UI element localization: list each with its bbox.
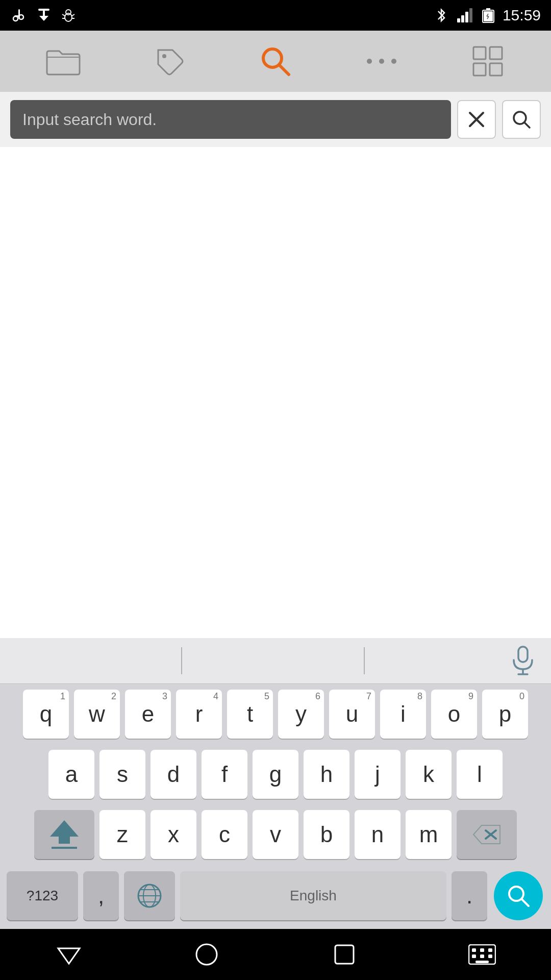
svg-rect-51: [335, 945, 354, 964]
key-u[interactable]: 7u: [329, 690, 375, 739]
key-c[interactable]: c: [202, 810, 247, 859]
status-icons-left: [10, 6, 78, 24]
svg-rect-14: [461, 15, 464, 22]
tag-button[interactable]: [149, 41, 190, 82]
keyboard-row-4: ?123 , English .: [0, 865, 551, 929]
keyboard-row-1: 1q 2w 3e 4r 5t 6y 7u 8i 9o 0p: [0, 684, 551, 744]
nav-bar: [0, 929, 551, 980]
more-options-icon[interactable]: [361, 41, 402, 82]
svg-line-36: [524, 122, 530, 128]
key-j[interactable]: j: [355, 750, 400, 799]
key-t[interactable]: 5t: [227, 690, 273, 739]
key-l[interactable]: l: [457, 750, 503, 799]
key-b[interactable]: b: [304, 810, 349, 859]
svg-point-50: [196, 944, 217, 965]
key-n[interactable]: n: [355, 810, 400, 859]
suggestion-right: [365, 638, 551, 683]
keyboard-row-2: a s d f g h j k l: [0, 744, 551, 804]
key-a[interactable]: a: [48, 750, 94, 799]
key-h[interactable]: h: [304, 750, 349, 799]
keyboard-search-button[interactable]: [494, 871, 543, 920]
svg-line-9: [62, 14, 65, 16]
svg-line-48: [521, 899, 529, 906]
numbers-toggle-label: ?123: [27, 888, 58, 904]
recents-button[interactable]: [324, 934, 365, 975]
search-go-button[interactable]: [502, 100, 541, 139]
svg-point-23: [162, 54, 166, 58]
svg-point-26: [367, 59, 372, 64]
key-o[interactable]: 9o: [431, 690, 477, 739]
comma-label: ,: [98, 883, 104, 909]
key-e[interactable]: 3e: [125, 690, 171, 739]
key-f[interactable]: f: [202, 750, 247, 799]
key-r[interactable]: 4r: [176, 690, 222, 739]
search-icon[interactable]: [255, 41, 296, 82]
microphone-button[interactable]: [500, 638, 546, 684]
key-s[interactable]: s: [99, 750, 145, 799]
signal-icon: [456, 6, 474, 24]
svg-rect-58: [488, 954, 492, 958]
key-v[interactable]: v: [253, 810, 298, 859]
key-x[interactable]: x: [151, 810, 196, 859]
svg-rect-37: [518, 647, 528, 662]
svg-rect-4: [38, 9, 49, 11]
suggestion-left[interactable]: [0, 638, 181, 683]
period-button[interactable]: .: [452, 871, 487, 920]
svg-rect-30: [490, 47, 502, 59]
back-button[interactable]: [48, 934, 89, 975]
space-label: English: [290, 888, 337, 904]
svg-marker-49: [58, 948, 80, 964]
backspace-button[interactable]: [457, 810, 517, 859]
key-p[interactable]: 0p: [482, 690, 528, 739]
home-button[interactable]: [186, 934, 227, 975]
key-i[interactable]: 8i: [380, 690, 426, 739]
svg-rect-53: [472, 948, 476, 952]
key-m[interactable]: m: [406, 810, 452, 859]
status-bar: 15:59: [0, 0, 551, 31]
svg-rect-31: [473, 63, 486, 76]
music-note-icon: [10, 6, 29, 24]
svg-rect-59: [475, 961, 489, 963]
svg-rect-54: [480, 948, 484, 952]
bluetooth-icon: [432, 6, 450, 24]
shift-button[interactable]: [34, 810, 94, 859]
key-g[interactable]: g: [253, 750, 298, 799]
toolbar: [0, 31, 551, 92]
space-button[interactable]: English: [180, 871, 446, 920]
key-k[interactable]: k: [406, 750, 452, 799]
key-y[interactable]: 6y: [278, 690, 324, 739]
svg-rect-15: [465, 12, 468, 22]
svg-rect-13: [457, 18, 460, 22]
grid-view-icon[interactable]: [467, 41, 508, 82]
status-icons-right: 15:59: [432, 6, 541, 24]
svg-rect-55: [488, 948, 492, 952]
comma-button[interactable]: ,: [83, 871, 119, 920]
keyboard: 1q 2w 3e 4r 5t 6y 7u 8i 9o 0p a s d f g …: [0, 638, 551, 929]
svg-rect-16: [469, 8, 472, 22]
svg-rect-32: [490, 63, 502, 76]
key-d[interactable]: d: [151, 750, 196, 799]
svg-rect-18: [486, 8, 490, 11]
svg-marker-6: [39, 16, 48, 21]
svg-point-2: [13, 16, 18, 21]
battery-icon: [479, 6, 497, 24]
numbers-toggle-button[interactable]: ?123: [7, 871, 78, 920]
keyboard-row-3: z x c v b n m: [0, 804, 551, 865]
key-z[interactable]: z: [99, 810, 145, 859]
search-clear-button[interactable]: [457, 100, 496, 139]
search-input[interactable]: [10, 100, 451, 139]
search-bar-row: [0, 92, 551, 147]
key-w[interactable]: 2w: [74, 690, 120, 739]
svg-point-27: [379, 59, 384, 64]
keyboard-toggle-button[interactable]: [462, 934, 503, 975]
svg-rect-56: [472, 954, 476, 958]
suggestion-middle[interactable]: [182, 638, 363, 683]
content-area: [0, 147, 551, 638]
folder-button[interactable]: [43, 41, 84, 82]
globe-button[interactable]: [124, 871, 175, 920]
svg-rect-57: [480, 954, 484, 958]
svg-point-28: [391, 59, 396, 64]
period-label: .: [466, 883, 472, 909]
key-q[interactable]: 1q: [23, 690, 69, 739]
suggestion-bar: [0, 638, 551, 684]
